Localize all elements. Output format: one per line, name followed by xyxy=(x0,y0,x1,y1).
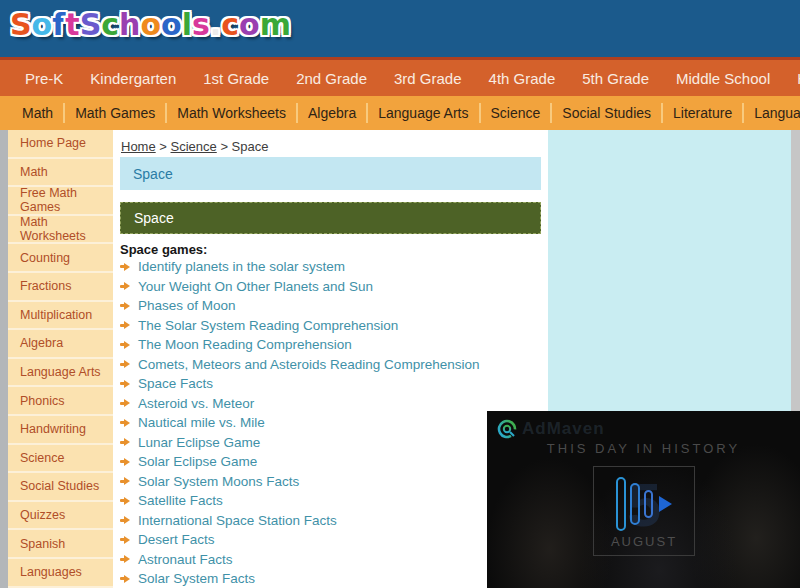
subject-nav-item[interactable]: Literature xyxy=(661,103,742,123)
grade-nav-item[interactable]: 2nd Grade xyxy=(296,70,367,87)
logo-letter: S xyxy=(80,7,102,42)
subject-nav-item[interactable]: Algebra xyxy=(296,103,366,123)
play-triangle-icon xyxy=(659,496,672,512)
breadcrumb-item[interactable]: Home xyxy=(121,139,156,154)
arrow-bullet-icon xyxy=(120,360,130,368)
space-link[interactable]: The Moon Reading Comprehension xyxy=(120,335,550,355)
subject-nav-item[interactable]: Math Worksheets xyxy=(165,103,296,123)
subject-nav-item[interactable]: Math xyxy=(12,103,63,123)
sidebar-item[interactable]: Science xyxy=(8,445,113,474)
grade-nav-item[interactable]: 4th Grade xyxy=(489,70,556,87)
sidebar-item[interactable]: Language Arts xyxy=(8,359,113,388)
sidebar-item[interactable]: Multiplication xyxy=(8,302,113,331)
arrow-bullet-icon xyxy=(120,536,130,544)
play-bar-icon xyxy=(616,477,626,531)
page: SoftSchools.com Pre-KKindergarten1st Gra… xyxy=(0,0,800,588)
link-label: Comets, Meteors and Asteroids Reading Co… xyxy=(138,357,479,372)
link-label: Desert Facts xyxy=(138,532,215,547)
space-link[interactable]: Satellite Facts xyxy=(120,491,550,511)
site-logo[interactable]: SoftSchools.com xyxy=(10,7,291,42)
arrow-bullet-icon xyxy=(120,399,130,407)
video-play-area[interactable]: 5 AUGUST xyxy=(593,466,695,556)
sidebar: Home PageMathFree Math GamesMath Workshe… xyxy=(8,130,113,588)
logo-letter: t xyxy=(65,7,79,42)
admaven-watermark: AdMaven xyxy=(496,418,605,440)
subject-nav-item[interactable]: Social Studies xyxy=(550,103,661,123)
space-link[interactable]: Solar Eclipse Game xyxy=(120,452,550,472)
subject-nav-item[interactable]: Languages xyxy=(742,103,800,123)
space-link[interactable]: International Space Station Facts xyxy=(120,511,550,531)
link-label: Your Weight On Other Planets and Sun xyxy=(138,279,373,294)
space-link[interactable]: Comets, Meteors and Asteroids Reading Co… xyxy=(120,355,550,375)
grade-nav-item[interactable]: Kindergarten xyxy=(90,70,176,87)
link-label: Lunar Eclipse Game xyxy=(138,435,260,450)
sidebar-item[interactable]: Quizzes xyxy=(8,502,113,531)
link-label: Identify planets in the solar system xyxy=(138,259,345,274)
arrow-bullet-icon xyxy=(120,497,130,505)
sidebar-item[interactable]: Counting xyxy=(8,244,113,273)
logo-letter: o xyxy=(161,7,182,42)
space-link[interactable]: Desert Facts xyxy=(120,530,550,550)
logo-letter: . xyxy=(210,7,221,42)
arrow-bullet-icon xyxy=(120,419,130,427)
subject-nav-item[interactable]: Language Arts xyxy=(366,103,478,123)
logo-letter: l xyxy=(182,7,192,42)
logo-letter: f xyxy=(52,7,65,42)
video-month: AUGUST xyxy=(594,534,694,549)
space-link[interactable]: Astronaut Facts xyxy=(120,550,550,570)
link-label: Solar Eclipse Game xyxy=(138,454,257,469)
space-link[interactable]: Phases of Moon xyxy=(120,296,550,316)
sidebar-item[interactable]: Math xyxy=(8,159,113,188)
subject-nav-item[interactable]: Math Games xyxy=(63,103,165,123)
video-title: THIS DAY IN HISTORY xyxy=(487,441,800,456)
grade-nav-item[interactable]: Middle School xyxy=(676,70,770,87)
space-link[interactable]: Solar System Facts xyxy=(120,569,550,588)
play-button-icon[interactable] xyxy=(594,473,694,535)
space-link[interactable]: Asteroid vs. Meteor xyxy=(120,394,550,414)
section-title: Space xyxy=(134,210,174,226)
sidebar-item[interactable]: Fractions xyxy=(8,273,113,302)
grade-nav-item[interactable]: 3rd Grade xyxy=(394,70,462,87)
logo-letter: o xyxy=(239,7,260,42)
breadcrumb-item[interactable]: Science xyxy=(171,139,217,154)
grade-nav-item[interactable]: 5th Grade xyxy=(582,70,649,87)
arrow-bullet-icon xyxy=(120,282,130,290)
sidebar-item[interactable]: Spanish xyxy=(8,530,113,559)
sidebar-item[interactable]: Home Page xyxy=(8,130,113,159)
video-ad-overlay[interactable]: AdMaven THIS DAY IN HISTORY 5 AUGUST xyxy=(487,411,800,588)
sidebar-item[interactable]: Social Studies xyxy=(8,473,113,502)
arrow-bullet-icon xyxy=(120,321,130,329)
sidebar-item[interactable]: Phonics xyxy=(8,387,113,416)
space-link[interactable]: Space Facts xyxy=(120,374,550,394)
grade-nav-item[interactable]: 1st Grade xyxy=(203,70,269,87)
arrow-bullet-icon xyxy=(120,263,130,271)
logo-letter: S xyxy=(10,7,32,42)
sidebar-item[interactable]: Languages xyxy=(8,559,113,588)
space-link[interactable]: The Solar System Reading Comprehension xyxy=(120,316,550,336)
space-link[interactable]: Solar System Moons Facts xyxy=(120,472,550,492)
play-bar-icon xyxy=(630,483,640,525)
link-label: Phases of Moon xyxy=(138,298,236,313)
link-label: The Solar System Reading Comprehension xyxy=(138,318,398,333)
sidebar-item[interactable]: Math Worksheets xyxy=(8,216,113,245)
sidebar-item[interactable]: Free Math Games xyxy=(8,187,113,216)
space-link[interactable]: Identify planets in the solar system xyxy=(120,257,550,277)
breadcrumb-separator: > xyxy=(156,139,171,154)
space-link[interactable]: Your Weight On Other Planets and Sun xyxy=(120,277,550,297)
space-link[interactable]: Lunar Eclipse Game xyxy=(120,433,550,453)
grade-nav-item[interactable]: Pre-K xyxy=(25,70,63,87)
arrow-bullet-icon xyxy=(120,380,130,388)
logo-letter: o xyxy=(140,7,161,42)
arrow-bullet-icon xyxy=(120,302,130,310)
list-heading: Space games: xyxy=(120,242,207,257)
play-bar-icon xyxy=(644,490,653,518)
logo-letter: h xyxy=(119,7,140,42)
link-label: Space Facts xyxy=(138,376,213,391)
link-label: Solar System Facts xyxy=(138,571,255,586)
sidebar-item[interactable]: Handwriting xyxy=(8,416,113,445)
link-label: Solar System Moons Facts xyxy=(138,474,299,489)
subject-nav-item[interactable]: Science xyxy=(479,103,551,123)
space-link[interactable]: Nautical mile vs. Mile xyxy=(120,413,550,433)
sidebar-item[interactable]: Algebra xyxy=(8,330,113,359)
page-title-bar: Space xyxy=(120,157,541,190)
